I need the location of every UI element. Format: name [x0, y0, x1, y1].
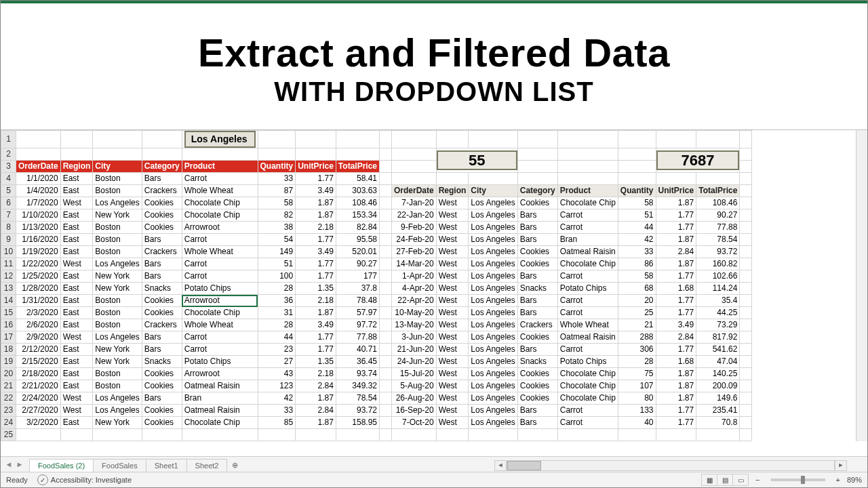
left-cell[interactable]: Boston	[93, 307, 142, 319]
vertical-scrollbar[interactable]	[856, 130, 867, 441]
cell[interactable]	[557, 161, 618, 173]
right-header[interactable]: OrderDate	[392, 185, 437, 197]
left-cell[interactable]: Arrowroot	[182, 368, 258, 380]
right-cell[interactable]: 1.68	[656, 356, 696, 368]
right-cell[interactable]: Los Angeles	[469, 392, 517, 405]
right-cell[interactable]: West	[436, 197, 469, 209]
left-cell[interactable]: 1.77	[296, 173, 336, 185]
right-cell[interactable]: 68	[618, 283, 656, 295]
right-cell[interactable]: 26-Aug-20	[392, 392, 437, 405]
left-cell[interactable]: West	[60, 331, 93, 344]
left-cell[interactable]: Boston	[93, 295, 142, 307]
row-header[interactable]: 16	[1, 319, 16, 331]
right-cell[interactable]: Los Angeles	[469, 197, 517, 209]
left-cell[interactable]: 2/3/2020	[16, 307, 61, 319]
left-cell[interactable]: Carrot	[182, 258, 258, 270]
right-cell[interactable]: Cookies	[517, 331, 557, 344]
cell[interactable]	[142, 148, 182, 161]
left-cell[interactable]: 2/6/2020	[16, 319, 61, 331]
left-cell[interactable]: 2/12/2020	[16, 344, 61, 356]
row-header[interactable]: 21	[1, 380, 16, 392]
right-cell[interactable]: West	[436, 258, 469, 270]
right-cell[interactable]: Chocolate Chip	[557, 368, 618, 380]
row-header[interactable]: 18	[1, 344, 16, 356]
view-buttons[interactable]: ▦ ▤ ▭	[702, 474, 749, 486]
cell[interactable]	[517, 161, 557, 173]
left-cell[interactable]: Arrowroot	[182, 295, 258, 307]
left-cell[interactable]: 82	[258, 209, 296, 222]
left-cell[interactable]: Snacks	[142, 356, 182, 368]
left-cell[interactable]: Potato Chips	[182, 283, 258, 295]
cell[interactable]	[296, 131, 336, 148]
right-cell[interactable]: Los Angeles	[469, 246, 517, 258]
accessibility-icon[interactable]: ✓	[37, 474, 48, 485]
left-cell[interactable]: 37.8	[336, 283, 379, 295]
right-cell[interactable]: Oatmeal Raisin	[557, 331, 618, 344]
right-cell[interactable]: Los Angeles	[469, 258, 517, 270]
cell[interactable]	[258, 131, 296, 148]
left-cell[interactable]: 27	[258, 356, 296, 368]
left-cell[interactable]: Whole Wheat	[182, 185, 258, 197]
row-header[interactable]: 2	[1, 148, 16, 161]
left-header[interactable]: TotalPrice	[336, 161, 379, 173]
left-cell[interactable]: Bars	[142, 173, 182, 185]
right-cell[interactable]: West	[436, 234, 469, 246]
left-cell[interactable]: Cookies	[142, 368, 182, 380]
right-cell[interactable]: 22-Apr-20	[392, 295, 437, 307]
right-cell[interactable]: West	[436, 209, 469, 222]
right-cell[interactable]: Los Angeles	[469, 307, 517, 319]
right-cell[interactable]: 47.04	[696, 356, 740, 368]
cell[interactable]	[142, 429, 182, 441]
scroll-right-icon[interactable]: ►	[835, 460, 847, 471]
left-cell[interactable]: 1.77	[296, 234, 336, 246]
left-cell[interactable]: 54	[258, 234, 296, 246]
right-cell[interactable]: Carrot	[557, 344, 618, 356]
cell[interactable]	[296, 148, 336, 161]
right-cell[interactable]: Los Angeles	[469, 405, 517, 417]
right-header[interactable]: TotalPrice	[696, 185, 740, 197]
right-cell[interactable]: 78.54	[696, 234, 740, 246]
right-header[interactable]: Quantity	[618, 185, 656, 197]
cell[interactable]	[656, 131, 696, 148]
right-cell[interactable]: 25	[618, 307, 656, 319]
right-cell[interactable]: 10-May-20	[392, 307, 437, 319]
left-cell[interactable]: Los Angeles	[93, 405, 142, 417]
right-cell[interactable]: Bars	[517, 344, 557, 356]
row-header[interactable]: 23	[1, 405, 16, 417]
right-cell[interactable]: 24-Jun-20	[392, 356, 437, 368]
right-cell[interactable]: Los Angeles	[469, 209, 517, 222]
left-cell[interactable]: Cookies	[142, 380, 182, 392]
row-header[interactable]: 4	[1, 173, 16, 185]
left-cell[interactable]: New York	[93, 344, 142, 356]
right-cell[interactable]: 107	[618, 380, 656, 392]
right-cell[interactable]: West	[436, 417, 469, 429]
scroll-thumb[interactable]	[507, 461, 541, 470]
cell[interactable]	[336, 131, 379, 148]
left-cell[interactable]: 1/31/2020	[16, 295, 61, 307]
right-cell[interactable]: Carrot	[557, 417, 618, 429]
left-cell[interactable]: Cookies	[142, 222, 182, 234]
grid-viewport[interactable]: 1Los Angeles25576873OrderDateRegionCityC…	[1, 129, 867, 456]
right-cell[interactable]: Carrot	[557, 307, 618, 319]
cell[interactable]	[258, 148, 296, 161]
cell[interactable]	[517, 429, 557, 441]
right-cell[interactable]: Carrot	[557, 405, 618, 417]
left-cell[interactable]: 177	[336, 270, 379, 283]
right-cell[interactable]: 4-Apr-20	[392, 283, 437, 295]
left-cell[interactable]: East	[60, 234, 93, 246]
left-cell[interactable]: Boston	[93, 246, 142, 258]
right-cell[interactable]: 28	[618, 356, 656, 368]
left-cell[interactable]: Bran	[182, 392, 258, 405]
right-cell[interactable]: Chocolate Chip	[557, 380, 618, 392]
cell[interactable]	[436, 131, 469, 148]
right-cell[interactable]: 235.41	[696, 405, 740, 417]
left-cell[interactable]: 1/10/2020	[16, 209, 61, 222]
row-header[interactable]: 19	[1, 356, 16, 368]
right-cell[interactable]: Carrot	[557, 222, 618, 234]
right-cell[interactable]: 1.87	[656, 380, 696, 392]
left-cell[interactable]: 95.58	[336, 234, 379, 246]
cell[interactable]	[469, 429, 517, 441]
cell[interactable]	[517, 148, 557, 161]
right-cell[interactable]: 3.49	[656, 319, 696, 331]
cell[interactable]	[392, 161, 437, 173]
